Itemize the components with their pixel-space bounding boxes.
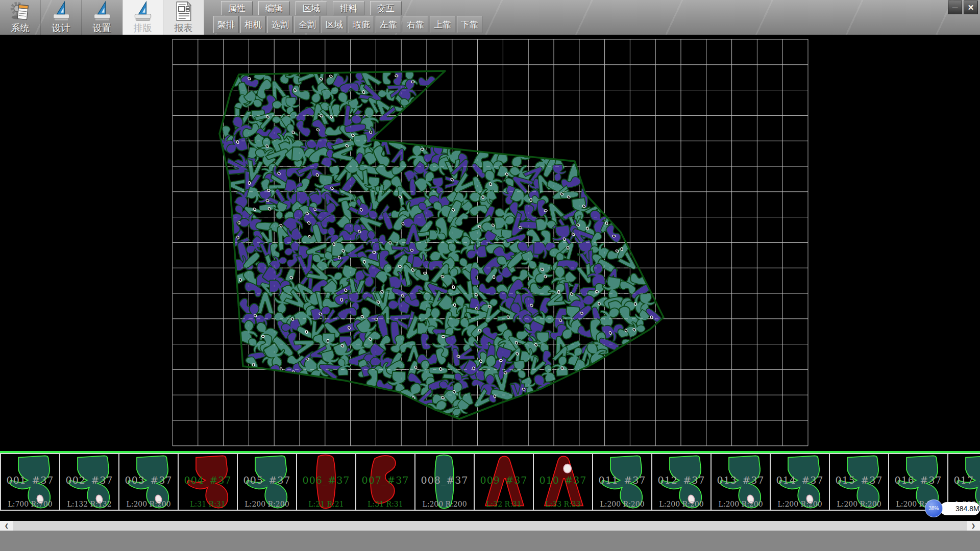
part-lr-count: L:132 R:132 xyxy=(60,500,118,508)
part-thumbnail[interactable]: 001_#37L:700 R:700 xyxy=(0,454,59,510)
part-lr-count: L:200 R:200 xyxy=(119,500,178,508)
menu-tab-0[interactable]: 属性 xyxy=(221,1,253,15)
menu-tab-row: 属性编辑区域排料交互 xyxy=(221,1,402,15)
memory-badge: 384.8M xyxy=(940,502,980,515)
tool-button-8[interactable]: 上靠 xyxy=(430,16,455,33)
app-button-label: 设置 xyxy=(93,23,111,33)
part-id-label: 007_#37 xyxy=(356,474,414,486)
tool-button-1[interactable]: 相机 xyxy=(240,16,266,33)
part-lr-count: L:200 R:200 xyxy=(415,500,474,508)
part-lr-count: L:31 R:31 xyxy=(356,500,414,508)
tool-button-row: 聚排相机选割全割区域瑕疵左靠右靠上靠下靠 xyxy=(213,16,482,33)
toolbar: 系统 设计 设置 xyxy=(0,0,980,35)
part-lr-count: L:200 R:200 xyxy=(712,500,770,508)
app-button-settings[interactable]: 设置 xyxy=(82,0,122,35)
app-button-label: 排版 xyxy=(134,23,152,33)
app-button-label: 系统 xyxy=(11,23,30,33)
part-thumbnail[interactable]: 015_#37L:200 R:200 xyxy=(829,454,888,510)
menu-tab-1[interactable]: 编辑 xyxy=(258,1,290,15)
app-button-design[interactable]: 设计 xyxy=(41,0,82,35)
part-thumbnail[interactable]: 004_#37L:31 R:31 xyxy=(178,454,237,510)
tool-button-2[interactable]: 选割 xyxy=(267,16,293,33)
tool-button-0[interactable]: 聚排 xyxy=(213,16,239,33)
part-thumbnail[interactable]: 003_#37L:200 R:200 xyxy=(118,454,178,510)
tool-button-4[interactable]: 区域 xyxy=(322,16,347,33)
part-lr-count: L:200 R:200 xyxy=(830,500,888,508)
part-lr-count: L:31 R:31 xyxy=(179,500,237,508)
part-id-label: 015_#37 xyxy=(830,474,888,486)
part-id-label: 013_#37 xyxy=(712,474,770,486)
tool-button-7[interactable]: 右靠 xyxy=(403,16,428,33)
part-lr-count: L:33 R:33 xyxy=(534,500,592,508)
tool-button-3[interactable]: 全割 xyxy=(295,16,320,33)
part-lr-count: L:32 R:31 xyxy=(475,500,533,508)
part-id-label: 001_#37 xyxy=(1,474,59,486)
part-lr-count: L:21 R:21 xyxy=(297,500,355,508)
part-id-label: 017_#37 xyxy=(948,474,980,486)
part-id-label: 009_#37 xyxy=(475,474,533,486)
close-button[interactable]: ✕ xyxy=(964,1,978,14)
set-square-icon xyxy=(132,1,154,23)
part-thumbnail[interactable]: 007_#37L:31 R:31 xyxy=(355,454,414,510)
part-thumbnail[interactable]: 010_#37L:33 R:33 xyxy=(533,454,592,510)
part-id-label: 005_#37 xyxy=(238,474,296,486)
part-lr-count: L:200 R:200 xyxy=(771,500,829,508)
tool-button-6[interactable]: 左靠 xyxy=(376,16,401,33)
report-icon xyxy=(173,1,195,23)
part-thumbnail[interactable]: 012_#37L:200 R:200 xyxy=(651,454,710,510)
tool-button-5[interactable]: 瑕疵 xyxy=(349,16,374,33)
part-thumbnail[interactable]: 011_#37L:200 R:200 xyxy=(592,454,651,510)
scroll-left-button[interactable]: ❮ xyxy=(0,521,13,531)
app-button-report[interactable]: 报表 xyxy=(163,0,204,35)
app-button-label: 设计 xyxy=(52,23,70,33)
horizontal-scrollbar[interactable]: ❮ ❯ xyxy=(0,521,980,531)
part-thumbnail[interactable]: 005_#37L:200 R:200 xyxy=(237,454,296,510)
part-id-label: 012_#37 xyxy=(652,474,710,486)
part-thumbnail[interactable]: 006_#37L:21 R:21 xyxy=(296,454,355,510)
part-id-label: 004_#37 xyxy=(179,474,237,486)
part-thumbnail[interactable]: 013_#37L:200 R:200 xyxy=(710,454,770,510)
part-id-label: 006_#37 xyxy=(297,474,355,486)
part-id-label: 010_#37 xyxy=(534,474,592,486)
nesting-workspace[interactable] xyxy=(0,35,980,451)
part-thumbnail[interactable]: 009_#37L:32 R:31 xyxy=(474,454,533,510)
part-lr-count: L:200 R:200 xyxy=(652,500,710,508)
minimize-button[interactable]: ─ xyxy=(948,1,962,14)
part-id-label: 008_#37 xyxy=(415,474,474,486)
part-id-label: 003_#37 xyxy=(119,474,178,486)
part-thumbnail[interactable]: 008_#37L:200 R:200 xyxy=(414,454,474,510)
part-id-label: 014_#37 xyxy=(771,474,829,486)
parts-strip[interactable]: 001_#37L:700 R:700002_#37L:132 R:132003_… xyxy=(0,453,980,511)
window-controls: ─ ✕ xyxy=(948,1,978,14)
scroll-right-button[interactable]: ❯ xyxy=(967,521,980,531)
part-lr-count: L:700 R:700 xyxy=(1,500,59,508)
menu-tab-2[interactable]: 区域 xyxy=(296,1,327,15)
part-thumbnail[interactable]: 017_#37L:200 R:200 xyxy=(947,454,980,510)
set-square-icon xyxy=(91,1,113,23)
menu-tab-4[interactable]: 交互 xyxy=(370,1,402,15)
nesting-canvas[interactable] xyxy=(0,35,980,451)
part-thumbnail[interactable]: 014_#37L:200 R:200 xyxy=(770,454,829,510)
app-mode-buttons: 系统 设计 设置 xyxy=(0,0,204,35)
menu-tab-3[interactable]: 排料 xyxy=(333,1,364,15)
status-bar xyxy=(0,531,980,551)
part-id-label: 016_#37 xyxy=(889,474,947,486)
part-lr-count: L:200 R:200 xyxy=(238,500,296,508)
part-id-label: 011_#37 xyxy=(593,474,651,486)
progress-badge: 38% xyxy=(925,499,943,517)
app-button-label: 报表 xyxy=(175,23,193,33)
part-lr-count: L:200 R:200 xyxy=(593,500,651,508)
set-square-icon xyxy=(50,1,72,23)
part-thumbnail[interactable]: 002_#37L:132 R:132 xyxy=(59,454,118,510)
tool-button-9[interactable]: 下靠 xyxy=(457,16,482,33)
app-button-system[interactable]: 系统 xyxy=(0,0,41,35)
app-button-nesting[interactable]: 排版 xyxy=(122,0,163,35)
part-id-label: 002_#37 xyxy=(60,474,118,486)
gear-notebook-icon xyxy=(9,1,32,23)
